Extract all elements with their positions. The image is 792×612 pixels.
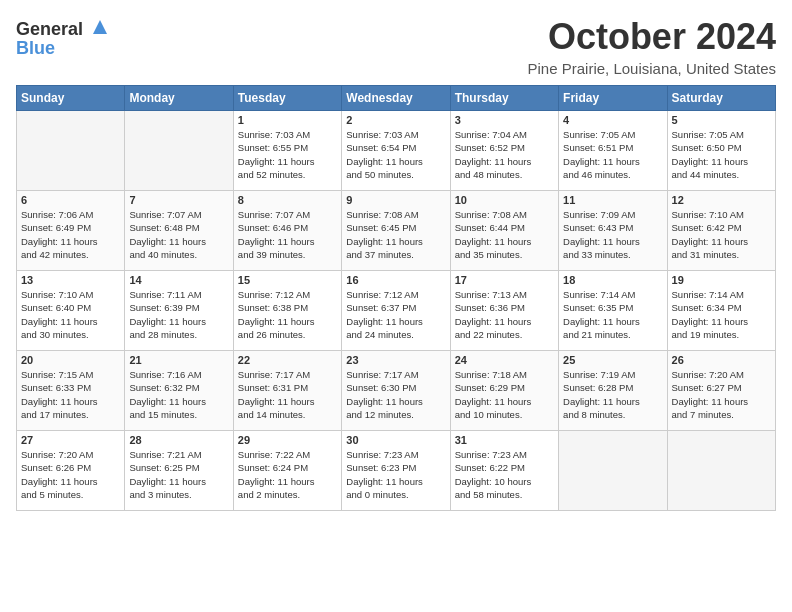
calendar-cell: 25Sunrise: 7:19 AM Sunset: 6:28 PM Dayli… bbox=[559, 351, 667, 431]
calendar-cell: 6Sunrise: 7:06 AM Sunset: 6:49 PM Daylig… bbox=[17, 191, 125, 271]
day-number: 1 bbox=[238, 114, 337, 126]
day-number: 27 bbox=[21, 434, 120, 446]
calendar-cell: 1Sunrise: 7:03 AM Sunset: 6:55 PM Daylig… bbox=[233, 111, 341, 191]
day-content: Sunrise: 7:03 AM Sunset: 6:54 PM Dayligh… bbox=[346, 128, 445, 181]
day-number: 4 bbox=[563, 114, 662, 126]
day-content: Sunrise: 7:05 AM Sunset: 6:51 PM Dayligh… bbox=[563, 128, 662, 181]
day-number: 28 bbox=[129, 434, 228, 446]
day-number: 15 bbox=[238, 274, 337, 286]
day-content: Sunrise: 7:05 AM Sunset: 6:50 PM Dayligh… bbox=[672, 128, 771, 181]
calendar-cell: 8Sunrise: 7:07 AM Sunset: 6:46 PM Daylig… bbox=[233, 191, 341, 271]
calendar-cell: 30Sunrise: 7:23 AM Sunset: 6:23 PM Dayli… bbox=[342, 431, 450, 511]
logo-icon bbox=[89, 16, 111, 38]
calendar-cell: 15Sunrise: 7:12 AM Sunset: 6:38 PM Dayli… bbox=[233, 271, 341, 351]
location: Pine Prairie, Louisiana, United States bbox=[528, 60, 776, 77]
day-content: Sunrise: 7:12 AM Sunset: 6:37 PM Dayligh… bbox=[346, 288, 445, 341]
day-number: 8 bbox=[238, 194, 337, 206]
calendar-cell: 2Sunrise: 7:03 AM Sunset: 6:54 PM Daylig… bbox=[342, 111, 450, 191]
calendar-cell: 28Sunrise: 7:21 AM Sunset: 6:25 PM Dayli… bbox=[125, 431, 233, 511]
day-number: 26 bbox=[672, 354, 771, 366]
weekday-header-tuesday: Tuesday bbox=[233, 86, 341, 111]
day-content: Sunrise: 7:13 AM Sunset: 6:36 PM Dayligh… bbox=[455, 288, 554, 341]
day-number: 31 bbox=[455, 434, 554, 446]
day-content: Sunrise: 7:16 AM Sunset: 6:32 PM Dayligh… bbox=[129, 368, 228, 421]
day-number: 6 bbox=[21, 194, 120, 206]
day-number: 23 bbox=[346, 354, 445, 366]
calendar-cell bbox=[667, 431, 775, 511]
day-content: Sunrise: 7:08 AM Sunset: 6:45 PM Dayligh… bbox=[346, 208, 445, 261]
calendar-cell: 29Sunrise: 7:22 AM Sunset: 6:24 PM Dayli… bbox=[233, 431, 341, 511]
day-number: 16 bbox=[346, 274, 445, 286]
logo-text-general: General bbox=[16, 19, 83, 40]
calendar-week-4: 20Sunrise: 7:15 AM Sunset: 6:33 PM Dayli… bbox=[17, 351, 776, 431]
day-content: Sunrise: 7:21 AM Sunset: 6:25 PM Dayligh… bbox=[129, 448, 228, 501]
calendar-week-5: 27Sunrise: 7:20 AM Sunset: 6:26 PM Dayli… bbox=[17, 431, 776, 511]
day-number: 14 bbox=[129, 274, 228, 286]
day-number: 12 bbox=[672, 194, 771, 206]
weekday-header-friday: Friday bbox=[559, 86, 667, 111]
day-content: Sunrise: 7:07 AM Sunset: 6:46 PM Dayligh… bbox=[238, 208, 337, 261]
calendar-cell: 4Sunrise: 7:05 AM Sunset: 6:51 PM Daylig… bbox=[559, 111, 667, 191]
day-number: 18 bbox=[563, 274, 662, 286]
day-content: Sunrise: 7:23 AM Sunset: 6:23 PM Dayligh… bbox=[346, 448, 445, 501]
calendar-week-2: 6Sunrise: 7:06 AM Sunset: 6:49 PM Daylig… bbox=[17, 191, 776, 271]
day-number: 10 bbox=[455, 194, 554, 206]
month-title: October 2024 bbox=[528, 16, 776, 58]
calendar-cell: 16Sunrise: 7:12 AM Sunset: 6:37 PM Dayli… bbox=[342, 271, 450, 351]
calendar-cell: 31Sunrise: 7:23 AM Sunset: 6:22 PM Dayli… bbox=[450, 431, 558, 511]
title-block: October 2024 Pine Prairie, Louisiana, Un… bbox=[528, 16, 776, 77]
day-content: Sunrise: 7:17 AM Sunset: 6:30 PM Dayligh… bbox=[346, 368, 445, 421]
calendar-cell: 14Sunrise: 7:11 AM Sunset: 6:39 PM Dayli… bbox=[125, 271, 233, 351]
day-number: 19 bbox=[672, 274, 771, 286]
calendar-body: 1Sunrise: 7:03 AM Sunset: 6:55 PM Daylig… bbox=[17, 111, 776, 511]
day-number: 2 bbox=[346, 114, 445, 126]
calendar-week-1: 1Sunrise: 7:03 AM Sunset: 6:55 PM Daylig… bbox=[17, 111, 776, 191]
calendar-cell: 23Sunrise: 7:17 AM Sunset: 6:30 PM Dayli… bbox=[342, 351, 450, 431]
day-content: Sunrise: 7:18 AM Sunset: 6:29 PM Dayligh… bbox=[455, 368, 554, 421]
calendar-cell: 24Sunrise: 7:18 AM Sunset: 6:29 PM Dayli… bbox=[450, 351, 558, 431]
day-number: 22 bbox=[238, 354, 337, 366]
day-content: Sunrise: 7:15 AM Sunset: 6:33 PM Dayligh… bbox=[21, 368, 120, 421]
calendar-cell: 10Sunrise: 7:08 AM Sunset: 6:44 PM Dayli… bbox=[450, 191, 558, 271]
day-content: Sunrise: 7:04 AM Sunset: 6:52 PM Dayligh… bbox=[455, 128, 554, 181]
day-content: Sunrise: 7:19 AM Sunset: 6:28 PM Dayligh… bbox=[563, 368, 662, 421]
day-number: 17 bbox=[455, 274, 554, 286]
calendar-cell: 11Sunrise: 7:09 AM Sunset: 6:43 PM Dayli… bbox=[559, 191, 667, 271]
day-content: Sunrise: 7:03 AM Sunset: 6:55 PM Dayligh… bbox=[238, 128, 337, 181]
calendar-cell: 17Sunrise: 7:13 AM Sunset: 6:36 PM Dayli… bbox=[450, 271, 558, 351]
calendar-cell: 27Sunrise: 7:20 AM Sunset: 6:26 PM Dayli… bbox=[17, 431, 125, 511]
weekday-header-thursday: Thursday bbox=[450, 86, 558, 111]
day-content: Sunrise: 7:12 AM Sunset: 6:38 PM Dayligh… bbox=[238, 288, 337, 341]
day-number: 13 bbox=[21, 274, 120, 286]
svg-marker-0 bbox=[93, 20, 107, 34]
day-number: 3 bbox=[455, 114, 554, 126]
calendar-cell: 12Sunrise: 7:10 AM Sunset: 6:42 PM Dayli… bbox=[667, 191, 775, 271]
calendar-cell: 13Sunrise: 7:10 AM Sunset: 6:40 PM Dayli… bbox=[17, 271, 125, 351]
weekday-header-saturday: Saturday bbox=[667, 86, 775, 111]
calendar-week-3: 13Sunrise: 7:10 AM Sunset: 6:40 PM Dayli… bbox=[17, 271, 776, 351]
weekday-header-wednesday: Wednesday bbox=[342, 86, 450, 111]
day-content: Sunrise: 7:22 AM Sunset: 6:24 PM Dayligh… bbox=[238, 448, 337, 501]
day-content: Sunrise: 7:10 AM Sunset: 6:42 PM Dayligh… bbox=[672, 208, 771, 261]
calendar-cell: 21Sunrise: 7:16 AM Sunset: 6:32 PM Dayli… bbox=[125, 351, 233, 431]
day-content: Sunrise: 7:20 AM Sunset: 6:26 PM Dayligh… bbox=[21, 448, 120, 501]
calendar-cell: 7Sunrise: 7:07 AM Sunset: 6:48 PM Daylig… bbox=[125, 191, 233, 271]
calendar-cell: 22Sunrise: 7:17 AM Sunset: 6:31 PM Dayli… bbox=[233, 351, 341, 431]
day-number: 21 bbox=[129, 354, 228, 366]
day-number: 5 bbox=[672, 114, 771, 126]
calendar-cell bbox=[559, 431, 667, 511]
calendar-cell: 19Sunrise: 7:14 AM Sunset: 6:34 PM Dayli… bbox=[667, 271, 775, 351]
calendar-cell bbox=[17, 111, 125, 191]
day-content: Sunrise: 7:14 AM Sunset: 6:34 PM Dayligh… bbox=[672, 288, 771, 341]
day-number: 9 bbox=[346, 194, 445, 206]
day-content: Sunrise: 7:09 AM Sunset: 6:43 PM Dayligh… bbox=[563, 208, 662, 261]
day-number: 7 bbox=[129, 194, 228, 206]
weekday-header-sunday: Sunday bbox=[17, 86, 125, 111]
calendar-cell: 3Sunrise: 7:04 AM Sunset: 6:52 PM Daylig… bbox=[450, 111, 558, 191]
calendar-cell: 5Sunrise: 7:05 AM Sunset: 6:50 PM Daylig… bbox=[667, 111, 775, 191]
logo-text-blue: Blue bbox=[16, 38, 55, 59]
calendar-cell: 26Sunrise: 7:20 AM Sunset: 6:27 PM Dayli… bbox=[667, 351, 775, 431]
calendar-cell: 18Sunrise: 7:14 AM Sunset: 6:35 PM Dayli… bbox=[559, 271, 667, 351]
calendar-cell: 9Sunrise: 7:08 AM Sunset: 6:45 PM Daylig… bbox=[342, 191, 450, 271]
calendar-header-row: SundayMondayTuesdayWednesdayThursdayFrid… bbox=[17, 86, 776, 111]
